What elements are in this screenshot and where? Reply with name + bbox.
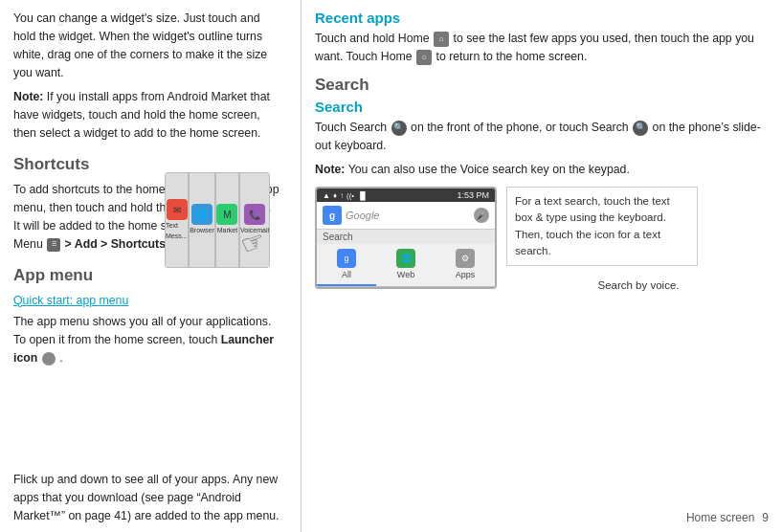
- phone-tab-web[interactable]: 🌐 Web: [376, 244, 436, 286]
- phone-mic-icon[interactable]: 🎤: [474, 208, 489, 223]
- launcher-icon: [42, 352, 56, 366]
- tab-web-icon: 🌐: [396, 249, 415, 268]
- phone-time: 1:53 PM: [457, 190, 489, 200]
- note2-label: Note:: [315, 163, 345, 176]
- tab-apps-icon: ⚙: [456, 249, 475, 268]
- page-number: 9: [762, 511, 769, 524]
- phone-tab-apps[interactable]: ⚙ Apps: [436, 244, 495, 286]
- annotation-box: For a text search, touch the text box & …: [506, 187, 771, 291]
- search-icon-1: 🔍: [391, 121, 407, 136]
- page-label: Home screen: [686, 511, 754, 524]
- search-paragraph: Touch Search 🔍 on the front of the phone…: [315, 119, 771, 155]
- home-icon-return: ⌂: [416, 50, 432, 65]
- phone-tabs: g All 🌐 Web ⚙ Apps: [317, 244, 495, 287]
- quick-start-link[interactable]: Quick start: app menu: [13, 292, 279, 309]
- status-bars: ▐▌: [357, 191, 368, 200]
- left-column: MOTOROLA PROPRIETARY CONFIDENTIAL DRAFT …: [0, 0, 297, 532]
- tab-all-label: All: [342, 270, 351, 279]
- search-sub-heading: Search: [315, 99, 771, 115]
- note1-paragraph: Note: If you install apps from Android M…: [13, 88, 279, 143]
- status-wifi: ((•: [346, 191, 354, 200]
- phone-search-bar[interactable]: g Google 🎤: [317, 202, 495, 230]
- google-icon: g: [323, 206, 342, 225]
- recent-apps-paragraph: Touch and hold Home ⌂ to see the last fe…: [315, 30, 771, 66]
- status-alert: ▲: [323, 191, 330, 200]
- right-column: CONFIDENTIAL INFORMATION Recent apps Tou…: [305, 0, 782, 532]
- phone-status-bar: ▲ ♦ ↑ ((• ▐▌ 1:53 PM: [317, 188, 495, 202]
- google-search-text: Google: [346, 210, 470, 221]
- status-signal: ♦: [333, 191, 337, 200]
- intro-paragraph: You can change a widget's size. Just tou…: [13, 10, 279, 82]
- app-menu-screenshot: ✉ Text Mess... 🌐 Browser M Market 📞 Voic…: [165, 172, 270, 268]
- shortcuts-add: > Add > Shortcuts.: [65, 237, 169, 251]
- column-divider: [301, 0, 302, 532]
- app-menu-p3: Flick up and down to see all of your app…: [13, 471, 279, 525]
- search-main-heading: Search: [315, 76, 771, 95]
- status-up: ↑: [340, 191, 344, 200]
- phone-screenshot-area: ▲ ♦ ↑ ((• ▐▌ 1:53 PM g Google 🎤 Search: [315, 187, 771, 291]
- page-container: MOTOROLA PROPRIETARY CONFIDENTIAL DRAFT …: [0, 0, 782, 532]
- recent-apps-heading: Recent apps: [315, 10, 771, 26]
- annotation-text: For a text search, touch the text box & …: [506, 187, 698, 266]
- app-menu-p1: The app menu shows you all of your appli…: [13, 313, 279, 367]
- footer: Home screen 9: [686, 511, 769, 524]
- phone-tab-all[interactable]: g All: [317, 244, 376, 286]
- home-icon-recent: ⌂: [434, 32, 449, 47]
- menu-icon: ☰: [47, 238, 60, 252]
- tab-apps-label: Apps: [456, 270, 476, 279]
- phone-frame: ▲ ♦ ↑ ((• ▐▌ 1:53 PM g Google 🎤 Search: [315, 187, 497, 289]
- note1-text: If you install apps from Android Market …: [13, 90, 270, 140]
- search-by-voice: Search by voice.: [506, 279, 771, 291]
- search-icon-2: 🔍: [633, 121, 648, 136]
- note2-text: You can also use the Voice search key on…: [348, 163, 630, 176]
- tab-web-label: Web: [397, 270, 414, 279]
- tab-all-icon: g: [337, 249, 356, 268]
- note2-paragraph: Note: You can also use the Voice search …: [315, 161, 771, 179]
- phone-status-icons: ▲ ♦ ↑ ((• ▐▌: [323, 191, 369, 200]
- note1-label: Note:: [13, 90, 43, 103]
- phone-search-label: Search: [317, 230, 495, 244]
